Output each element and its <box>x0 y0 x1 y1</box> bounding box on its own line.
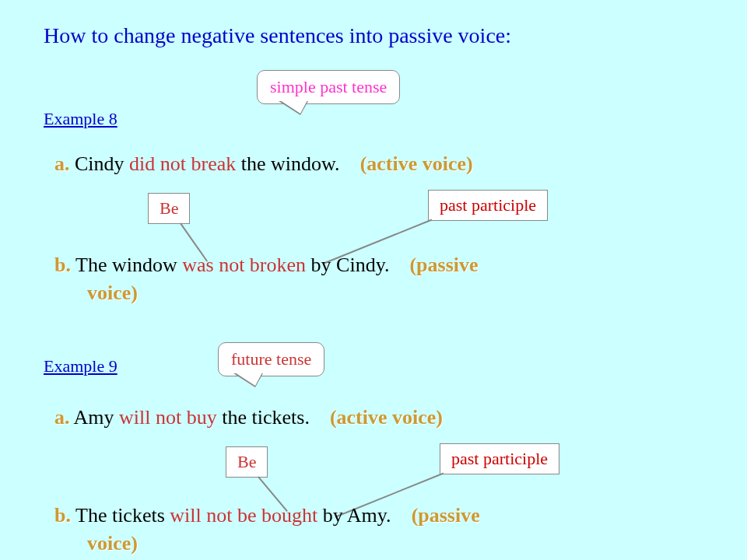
ex8-line-a: a. Cindy did not break the window. (acti… <box>54 152 473 176</box>
ex9-b-p1: The tickets <box>75 504 170 527</box>
ex8-a-letter: a. <box>54 152 70 175</box>
ex9-a-p2: will not buy <box>119 406 217 429</box>
ex8-line-b: b. The window was not broken by Cindy. (… <box>54 254 479 277</box>
tense-callout-ex9: future tense <box>218 342 324 376</box>
ex8-b-p3: by Cindy. <box>306 254 389 276</box>
be-box-ex9: Be <box>226 446 268 478</box>
ex9-a-p1: Amy <box>74 406 120 429</box>
ex8-line-b2: voice) <box>87 282 138 305</box>
tense-callout-ex8-tail <box>280 100 307 114</box>
pp-box-ex8: past participle <box>428 190 548 221</box>
ex9-line-b: b. The tickets will not be bought by Amy… <box>54 504 480 527</box>
ex9-a-p3: the tickets. <box>217 406 310 429</box>
tense-callout-ex9-tail <box>235 373 262 386</box>
ex8-a-p1: Cindy <box>75 152 129 175</box>
ex9-b-letter: b. <box>54 504 71 527</box>
be-box-ex8: Be <box>148 193 190 224</box>
ex8-b-p1: The window <box>75 254 182 276</box>
ex9-a-letter: a. <box>54 406 70 429</box>
ex9-b-p3: by Amy. <box>317 504 391 527</box>
ex8-a-p3: the window. <box>236 152 339 175</box>
pp-box-ex9: past participle <box>440 443 559 474</box>
ex8-b-tag: (passive <box>409 254 478 276</box>
ex8-b-p2: was not broken <box>182 254 306 276</box>
ex9-line-a: a. Amy will not buy the tickets. (active… <box>54 406 443 429</box>
page-title: How to change negative sentences into pa… <box>44 23 511 48</box>
ex8-a-p2: did not break <box>129 152 236 175</box>
example-9-label: Example 9 <box>44 356 117 376</box>
ex9-b-tag2: voice) <box>87 532 138 555</box>
example-8-label: Example 8 <box>44 109 117 129</box>
ex9-a-tag: (active voice) <box>330 406 443 429</box>
tense-callout-ex8: simple past tense <box>257 70 400 104</box>
ex8-b-tag2: voice) <box>87 282 138 304</box>
ex8-a-tag: (active voice) <box>360 152 473 175</box>
ex9-b-p2: will not be bought <box>170 504 317 527</box>
ex9-b-tag: (passive <box>412 504 480 527</box>
ex8-b-letter: b. <box>54 254 71 276</box>
ex9-line-b2: voice) <box>87 532 138 555</box>
